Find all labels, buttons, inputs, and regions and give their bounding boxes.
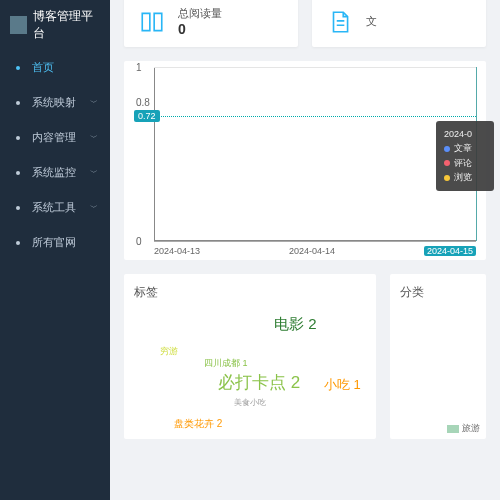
sidebar-item-label: 内容管理 <box>32 130 76 145</box>
xtick: 2024-04-13 <box>154 246 200 256</box>
sidebar-item-5[interactable]: 所有官网 <box>0 225 110 260</box>
xtick: 2024-04-14 <box>289 246 335 256</box>
monitor-icon <box>12 167 24 179</box>
svg-point-1 <box>16 101 20 105</box>
chevron-down-icon: ﹀ <box>90 132 98 143</box>
ytick: 1 <box>136 62 142 73</box>
tag-item[interactable]: 盘类花卉 2 <box>174 417 222 431</box>
categories-legend[interactable]: 旅游 <box>447 422 480 435</box>
sidebar-item-label: 系统监控 <box>32 165 76 180</box>
sidebar-item-1[interactable]: 系统映射﹀ <box>0 85 110 120</box>
sidebar-item-label: 系统工具 <box>32 200 76 215</box>
tag-item[interactable]: 美食小吃 <box>234 397 266 408</box>
svg-point-5 <box>16 241 20 245</box>
ytick: 0 <box>136 236 142 247</box>
send-icon <box>12 237 24 249</box>
tag-cloud: 电影 2穷游四川成都 1必打卡点 2小吃 1美食小吃盘类花卉 2 <box>134 309 366 429</box>
bottom-row: 标签 电影 2穷游四川成都 1必打卡点 2小吃 1美食小吃盘类花卉 2 分类 旅… <box>110 274 500 439</box>
tooltip-title: 2024-0 <box>444 127 486 141</box>
main: 总阅读量 0 文 1 0.8 0 <box>110 0 500 500</box>
chart-card: 1 0.8 0 0.72 2024-04-13 2024-04-14 2024-… <box>124 61 486 260</box>
doc-icon <box>12 132 24 144</box>
chart-hover-badge: 0.72 <box>134 110 160 122</box>
tag-item[interactable]: 必打卡点 2 <box>218 371 300 394</box>
panel-title: 分类 <box>400 284 476 301</box>
brand-title: 博客管理平台 <box>33 8 100 42</box>
stat-card-articles: 文 <box>312 0 486 47</box>
stat-card-reads: 总阅读量 0 <box>124 0 298 47</box>
gear-icon <box>12 97 24 109</box>
sidebar-item-0[interactable]: 首页 <box>0 50 110 85</box>
chart-hover-dashed <box>154 116 476 117</box>
file-icon <box>326 8 354 36</box>
sidebar-menu: 首页系统映射﹀内容管理﹀系统监控﹀系统工具﹀所有官网 <box>0 50 110 260</box>
panel-title: 标签 <box>134 284 366 301</box>
tag-item[interactable]: 穷游 <box>160 345 178 358</box>
chart-tooltip: 2024-0 文章 评论 浏览 <box>436 121 494 191</box>
tag-item[interactable]: 电影 2 <box>274 315 317 334</box>
stat-label: 文 <box>366 14 377 29</box>
stat-label: 总阅读量 <box>178 6 222 21</box>
legend-swatch <box>447 425 459 433</box>
sidebar-item-label: 首页 <box>32 60 54 75</box>
svg-point-4 <box>16 206 20 210</box>
xtick-active: 2024-04-15 <box>424 246 476 256</box>
chevron-down-icon: ﹀ <box>90 97 98 108</box>
chart-xticks: 2024-04-13 2024-04-14 2024-04-15 <box>154 246 476 256</box>
svg-point-0 <box>16 66 20 70</box>
sidebar-item-label: 系统映射 <box>32 95 76 110</box>
categories-panel: 分类 旅游 <box>390 274 486 439</box>
tool-icon <box>12 202 24 214</box>
ytick: 0.8 <box>136 96 150 107</box>
stats-row: 总阅读量 0 文 <box>110 0 500 47</box>
sidebar-item-label: 所有官网 <box>32 235 76 250</box>
chevron-down-icon: ﹀ <box>90 167 98 178</box>
stat-value: 0 <box>178 21 222 37</box>
svg-point-3 <box>16 171 20 175</box>
book-icon <box>138 8 166 36</box>
brand-logo <box>10 16 27 34</box>
sidebar-item-4[interactable]: 系统工具﹀ <box>0 190 110 225</box>
chart-area[interactable]: 1 0.8 0 0.72 <box>154 67 476 242</box>
tag-item[interactable]: 四川成都 1 <box>204 357 248 370</box>
chevron-down-icon: ﹀ <box>90 202 98 213</box>
brand: 博客管理平台 <box>0 0 110 50</box>
sidebar: 博客管理平台 首页系统映射﹀内容管理﹀系统监控﹀系统工具﹀所有官网 <box>0 0 110 500</box>
sidebar-item-3[interactable]: 系统监控﹀ <box>0 155 110 190</box>
tags-panel: 标签 电影 2穷游四川成都 1必打卡点 2小吃 1美食小吃盘类花卉 2 <box>124 274 376 439</box>
dashboard-icon <box>12 62 24 74</box>
sidebar-item-2[interactable]: 内容管理﹀ <box>0 120 110 155</box>
tag-item[interactable]: 小吃 1 <box>324 376 361 394</box>
svg-point-2 <box>16 136 20 140</box>
